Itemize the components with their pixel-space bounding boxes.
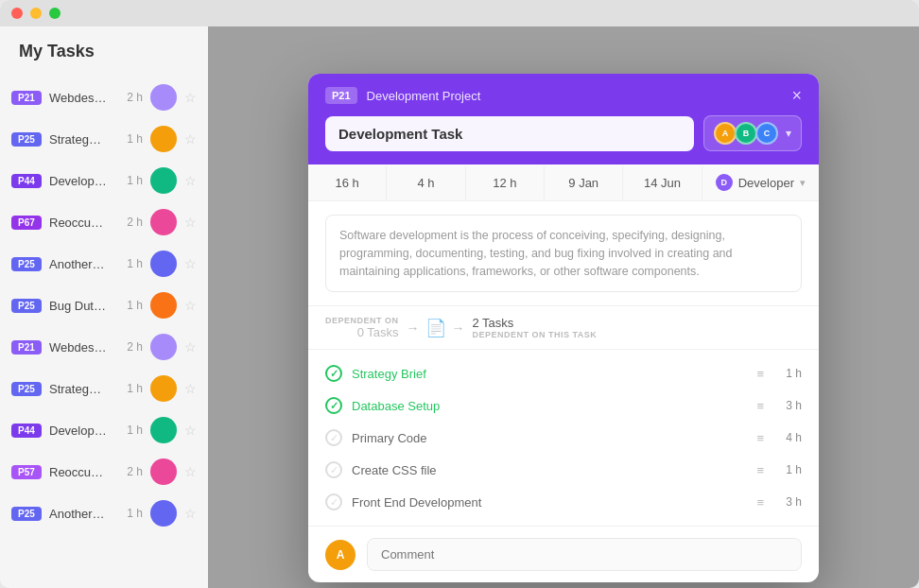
dep-arrow-right: → bbox=[452, 320, 465, 336]
task-hours: 1 h bbox=[114, 174, 143, 187]
star-icon[interactable]: ☆ bbox=[184, 131, 197, 147]
star-icon[interactable]: ☆ bbox=[184, 298, 197, 313]
star-icon[interactable]: ☆ bbox=[184, 506, 197, 521]
sidebar-task-item[interactable]: P25 Another Task 1 h ☆ bbox=[0, 243, 208, 285]
dep-on-this-count: 2 Tasks bbox=[473, 316, 514, 330]
subtask-check[interactable] bbox=[325, 429, 342, 446]
avatar bbox=[150, 292, 177, 319]
avatar bbox=[150, 334, 177, 360]
task-hours: 2 h bbox=[114, 91, 143, 104]
sidebar-task-item[interactable]: P67 Reoccuring Task 2 h ☆ bbox=[0, 201, 208, 243]
minimize-button[interactable] bbox=[30, 8, 42, 19]
meta-role-label: Developer bbox=[738, 176, 794, 190]
subtask-name: Database Setup bbox=[352, 399, 747, 413]
role-icon: D bbox=[716, 174, 733, 191]
task-badge: P25 bbox=[11, 507, 42, 521]
sidebar-task-item[interactable]: P44 Development Task 1 h ☆ bbox=[0, 409, 208, 451]
assignee-avatar-3: C bbox=[755, 122, 778, 145]
task-badge: P44 bbox=[11, 174, 42, 188]
star-icon[interactable]: ☆ bbox=[184, 464, 197, 479]
meta-hours-done[interactable]: 4 h bbox=[387, 166, 465, 199]
subtask-hours: 1 h bbox=[773, 463, 802, 476]
main-content: P21 Development Project × A B C ▾ bbox=[208, 26, 919, 588]
meta-end-date[interactable]: 14 Jun bbox=[623, 166, 702, 199]
modal-project-info: P21 Development Project bbox=[325, 87, 480, 104]
task-name: Another Task bbox=[49, 257, 107, 271]
subtask-hours: 3 h bbox=[773, 399, 802, 412]
maximize-button[interactable] bbox=[49, 8, 61, 19]
meta-hours-total[interactable]: 16 h bbox=[308, 166, 387, 199]
dep-arrow-left: → bbox=[407, 320, 420, 336]
star-icon[interactable]: ☆ bbox=[184, 173, 197, 188]
titlebar bbox=[0, 0, 919, 26]
subtask-doc-icon: ≡ bbox=[756, 399, 764, 413]
commenter-avatar: A bbox=[325, 540, 355, 570]
subtask-item: Primary Code ≡ 4 h bbox=[308, 422, 819, 454]
task-hours: 1 h bbox=[114, 132, 143, 146]
subtask-doc-icon: ≡ bbox=[756, 495, 764, 510]
task-name: Development Task bbox=[49, 424, 107, 438]
sidebar-task-item[interactable]: P25 Strategy Task 1 h ☆ bbox=[0, 118, 208, 160]
task-hours: 1 h bbox=[114, 382, 143, 395]
task-hours: 2 h bbox=[114, 216, 143, 229]
dep-on-this-block: 2 Tasks DEPENDENT ON THIS TASK bbox=[473, 316, 598, 339]
task-hours: 1 h bbox=[114, 257, 143, 270]
sidebar-task-item[interactable]: P21 Webdesign Task 2 h ☆ bbox=[0, 326, 208, 368]
star-icon[interactable]: ☆ bbox=[184, 215, 197, 230]
close-button[interactable] bbox=[11, 8, 23, 19]
subtask-item: Create CSS file ≡ 1 h bbox=[308, 454, 819, 486]
subtask-name: Front End Development bbox=[352, 495, 747, 510]
task-badge: P57 bbox=[11, 465, 42, 479]
modal-task-row: A B C ▾ bbox=[325, 115, 802, 164]
task-badge: P25 bbox=[11, 382, 42, 396]
avatar bbox=[150, 500, 177, 527]
subtask-hours: 1 h bbox=[773, 367, 802, 380]
meta-role[interactable]: D Developer ▾ bbox=[702, 164, 819, 200]
task-name: Webdesign Task bbox=[49, 340, 107, 355]
avatar bbox=[150, 251, 177, 277]
subtask-check[interactable] bbox=[325, 397, 342, 414]
task-name-input[interactable] bbox=[325, 116, 694, 151]
subtask-check[interactable] bbox=[325, 365, 342, 382]
sidebar-task-item[interactable]: P21 Webdesign Task 2 h ☆ bbox=[0, 77, 208, 118]
subtask-name: Create CSS file bbox=[352, 463, 747, 477]
task-badge: P21 bbox=[11, 340, 42, 355]
subtask-item: Strategy Brief ≡ 1 h bbox=[308, 357, 819, 389]
modal-close-button[interactable]: × bbox=[791, 87, 802, 104]
sidebar-task-item[interactable]: P25 Bug Duty Task 1 h ☆ bbox=[0, 285, 208, 326]
star-icon[interactable]: ☆ bbox=[184, 256, 197, 271]
sidebar-task-item[interactable]: P25 Another Task 1 h ☆ bbox=[0, 493, 208, 534]
sidebar-task-item[interactable]: P57 Reoccuring Task 2 h ☆ bbox=[0, 451, 208, 493]
meta-start-date[interactable]: 9 Jan bbox=[545, 166, 623, 199]
task-badge: P25 bbox=[11, 257, 42, 271]
modal-header: P21 Development Project × A B C ▾ bbox=[308, 74, 819, 164]
star-icon[interactable]: ☆ bbox=[184, 339, 197, 355]
subtask-item: Database Setup ≡ 3 h bbox=[308, 389, 819, 422]
task-name: Reoccuring Task bbox=[49, 465, 107, 479]
star-icon[interactable]: ☆ bbox=[184, 423, 197, 438]
task-modal: P21 Development Project × A B C ▾ bbox=[308, 74, 819, 582]
comment-input[interactable] bbox=[367, 538, 802, 571]
dep-on-this-label: DEPENDENT ON THIS TASK bbox=[473, 330, 598, 339]
avatar bbox=[150, 167, 177, 194]
subtask-check[interactable] bbox=[325, 461, 342, 478]
subtask-list: Strategy Brief ≡ 1 h Database Setup ≡ 3 … bbox=[308, 350, 819, 527]
task-hours: 2 h bbox=[114, 340, 143, 354]
assignees-chevron-icon: ▾ bbox=[786, 127, 791, 140]
assignees-button[interactable]: A B C ▾ bbox=[703, 115, 802, 151]
star-icon[interactable]: ☆ bbox=[184, 381, 197, 396]
subtask-doc-icon: ≡ bbox=[756, 367, 764, 381]
assignee-avatar-1: A bbox=[714, 122, 737, 145]
subtask-check[interactable] bbox=[325, 493, 342, 510]
task-badge: P67 bbox=[11, 216, 42, 230]
star-icon[interactable]: ☆ bbox=[184, 90, 197, 105]
meta-hours-remaining[interactable]: 12 h bbox=[466, 166, 545, 199]
dep-on-label: DEPENDENT ON bbox=[325, 316, 399, 325]
sidebar-task-item[interactable]: P25 Strategy Task 1 h ☆ bbox=[0, 368, 208, 409]
subtask-hours: 4 h bbox=[773, 431, 802, 444]
sidebar-title: My Tasks bbox=[0, 42, 208, 77]
task-hours: 1 h bbox=[114, 507, 143, 520]
avatar bbox=[150, 458, 177, 485]
sidebar-task-item[interactable]: P44 Development Task 1 h ☆ bbox=[0, 160, 208, 201]
subtask-doc-icon: ≡ bbox=[756, 431, 764, 445]
